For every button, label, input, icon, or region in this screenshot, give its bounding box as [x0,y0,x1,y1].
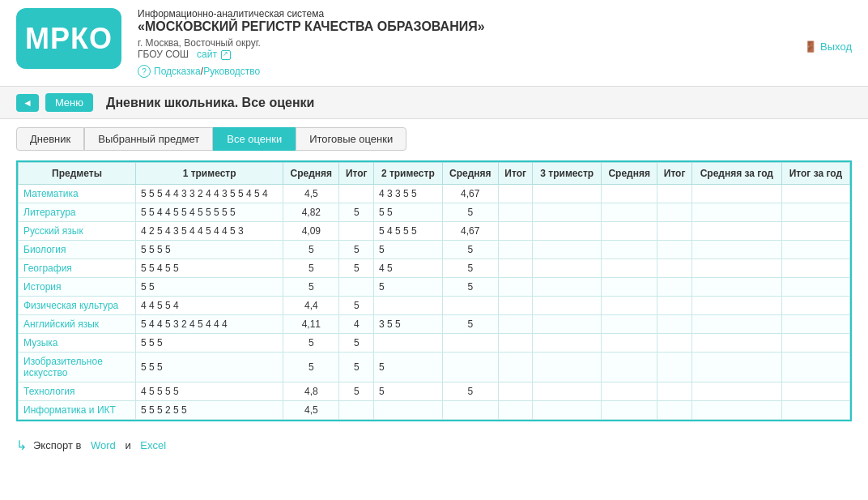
export-excel-link[interactable]: Excel [140,439,166,451]
grade-cell [781,401,849,420]
grade-cell [691,315,781,334]
grade-cell [602,334,657,353]
table-row: Литература5 5 4 4 5 5 4 5 5 5 5 54,8255 … [19,203,850,222]
subject-cell[interactable]: Технология [19,382,136,401]
grade-cell [657,222,692,241]
grade-cell [533,382,602,401]
logout-icon: 🚪 [804,41,817,53]
grade-cell: 5 4 4 5 3 2 4 5 4 4 4 [136,315,283,334]
grade-cell [781,297,849,315]
grade-cell [691,278,781,297]
grades-table-container: Предметы 1 триместр Средняя Итог 2 триме… [16,160,852,421]
subject-cell[interactable]: Английский язык [19,315,136,334]
tab-diary[interactable]: Дневник [16,127,84,151]
subject-link[interactable]: Информатика и ИКТ [23,404,116,416]
subject-cell[interactable]: Русский язык [19,222,136,241]
grade-cell: 4,67 [442,185,498,203]
subject-link[interactable]: Изобразительное искусство [23,356,103,378]
grade-cell [781,315,849,334]
logo: МРКО [16,8,121,69]
subject-link[interactable]: Биология [23,244,66,255]
grade-cell: 4,82 [283,203,339,222]
grade-cell [498,185,533,203]
site-link[interactable]: сайт [197,49,231,60]
grade-cell: 5 [339,297,374,315]
system-subtitle: Информационно-аналитическая система [138,8,804,19]
tab-all-grades[interactable]: Все оценки [213,127,296,151]
subject-link[interactable]: Английский язык [23,318,99,330]
subject-link[interactable]: Литература [23,207,76,218]
page-title: Дневник школьника. Все оценки [106,96,314,110]
subject-cell[interactable]: Информатика и ИКТ [19,401,136,420]
table-row: Информатика и ИКТ5 5 5 2 5 54,5 [19,401,850,420]
grade-cell: 4 4 5 5 4 [136,297,283,315]
subject-cell[interactable]: Биология [19,241,136,259]
grade-cell [691,185,781,203]
grade-cell: 4 5 5 5 5 [136,382,283,401]
grade-cell: 4,5 [283,185,339,203]
grade-cell [602,241,657,259]
table-row: История5 5555 [19,278,850,297]
school-info: г. Москва, Восточный округ. ГБОУ СОШ сай… [138,37,804,60]
menu-button[interactable]: Меню [45,93,93,112]
subject-link[interactable]: Технология [23,386,75,397]
subject-cell[interactable]: Математика [19,185,136,203]
grade-cell [533,353,602,382]
back-button[interactable]: ◄ [16,94,39,112]
subject-link[interactable]: География [23,263,72,274]
grade-cell [657,241,692,259]
grade-cell [602,315,657,334]
tabs: Дневник Выбранный предмет Все оценки Ито… [0,119,868,151]
grade-cell [533,222,602,241]
grade-cell [602,297,657,315]
grade-cell [657,353,692,382]
subject-link[interactable]: История [23,281,62,293]
grade-cell: 5 [283,259,339,278]
col-header-итог2: Итог [498,163,533,185]
help-link[interactable]: Подсказка [154,66,201,77]
grade-cell: 5 [374,382,443,401]
subject-link[interactable]: Музыка [23,337,57,348]
subject-cell[interactable]: Литература [19,203,136,222]
col-header-subjects: Предметы [19,163,136,185]
grade-cell: 4,4 [283,297,339,315]
grade-cell: 5 [339,334,374,353]
tab-final-grades[interactable]: Итоговые оценки [296,127,406,151]
grade-cell [691,241,781,259]
grade-cell: 5 5 5 4 4 3 3 2 4 4 3 5 5 4 5 4 [136,185,283,203]
subject-cell[interactable]: История [19,278,136,297]
subject-cell[interactable]: Изобразительное искусство [19,353,136,382]
col-header-avg2: Средняя [442,163,498,185]
grade-cell: 5 [283,241,339,259]
grade-cell: 5 5 5 [136,334,283,353]
grade-cell: 5 5 5 5 [136,241,283,259]
grade-cell [691,334,781,353]
grade-cell: 3 5 5 [374,315,443,334]
guide-link[interactable]: Руководство [203,66,260,77]
system-title: «МОСКОВСКИЙ РЕГИСТР КАЧЕСТВА ОБРАЗОВАНИЯ… [138,19,804,34]
grade-cell [781,185,849,203]
col-header-итог1: Итог [339,163,374,185]
export-word-link[interactable]: Word [91,439,116,451]
col-header-avg1: Средняя [283,163,339,185]
grade-cell: 4 3 3 5 5 [374,185,443,203]
grade-cell [657,185,692,203]
logout-link[interactable]: 🚪 Выход [804,41,852,53]
subject-cell[interactable]: География [19,259,136,278]
subject-link[interactable]: Математика [23,188,79,199]
table-row: Музыка5 5 555 [19,334,850,353]
subject-link[interactable]: Физическая культура [23,300,118,311]
table-row: Физическая культура4 4 5 5 44,45 [19,297,850,315]
subject-cell[interactable]: Физическая культура [19,297,136,315]
grade-cell [781,278,849,297]
grade-cell [339,401,374,420]
grade-cell: 5 [442,382,498,401]
grade-cell [533,185,602,203]
col-header-avg-year: Средняя за год [691,163,781,185]
grade-cell [602,259,657,278]
tab-subject[interactable]: Выбранный предмет [84,127,213,151]
table-row: Английский язык5 4 4 5 3 2 4 5 4 4 44,11… [19,315,850,334]
grade-cell [498,203,533,222]
subject-link[interactable]: Русский язык [23,225,83,237]
subject-cell[interactable]: Музыка [19,334,136,353]
